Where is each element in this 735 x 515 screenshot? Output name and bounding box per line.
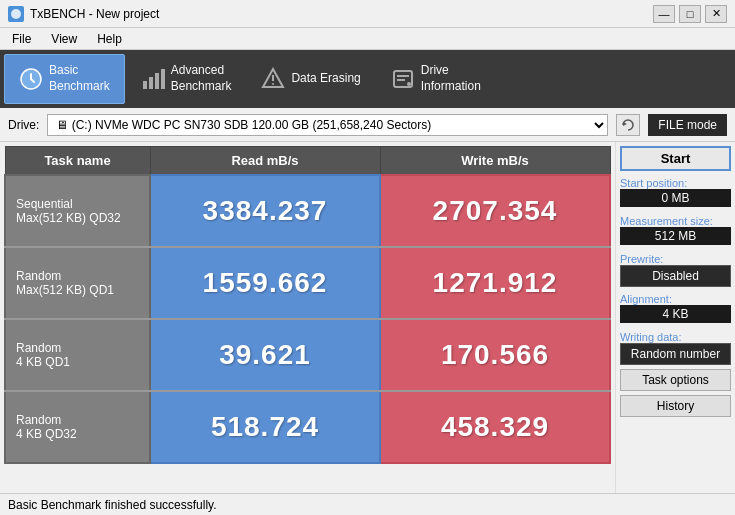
file-mode-button[interactable]: FILE mode (648, 114, 727, 136)
write-cell-1: 1271.912 (380, 247, 610, 319)
prewrite-group: Prewrite: Disabled (620, 251, 731, 287)
svg-rect-4 (155, 73, 159, 89)
title-bar-controls[interactable]: — □ ✕ (653, 5, 727, 23)
row-label-2: Random4 KB QD1 (5, 319, 150, 391)
menu-help[interactable]: Help (89, 30, 130, 48)
col-write: Write mB/s (380, 147, 610, 176)
toolbar: Basic Benchmark Advanced Benchmark (0, 50, 735, 108)
minimize-button[interactable]: — (653, 5, 675, 23)
svg-rect-5 (161, 69, 165, 89)
drive-label: Drive: (8, 118, 39, 132)
menu-bar: File View Help (0, 28, 735, 50)
drive-information-label: Drive Information (421, 63, 481, 94)
write-value-2: 170.566 (385, 339, 605, 371)
status-bar: Basic Benchmark finished successfully. (0, 493, 735, 515)
toolbar-basic-benchmark[interactable]: Basic Benchmark (4, 54, 125, 104)
row-label-3: Random4 KB QD32 (5, 391, 150, 463)
svg-rect-10 (397, 75, 409, 77)
close-button[interactable]: ✕ (705, 5, 727, 23)
data-erasing-icon (261, 67, 285, 91)
col-read: Read mB/s (150, 147, 380, 176)
toolbar-data-erasing[interactable]: Data Erasing (247, 54, 374, 104)
toolbar-advanced-benchmark[interactable]: Advanced Benchmark (127, 54, 246, 104)
status-text: Basic Benchmark finished successfully. (8, 498, 217, 512)
task-options-button[interactable]: Task options (620, 369, 731, 391)
toolbar-drive-information[interactable]: Drive Information (377, 54, 495, 104)
sidebar: Start Start position: 0 MB Measurement s… (615, 142, 735, 493)
writing-data-button[interactable]: Random number (620, 343, 731, 365)
read-cell-3: 518.724 (150, 391, 380, 463)
advanced-benchmark-icon (141, 67, 165, 91)
row-label-0: SequentialMax(512 KB) QD32 (5, 175, 150, 247)
main-content: Task name Read mB/s Write mB/s Sequentia… (0, 142, 735, 493)
history-button[interactable]: History (620, 395, 731, 417)
write-cell-2: 170.566 (380, 319, 610, 391)
prewrite-button[interactable]: Disabled (620, 265, 731, 287)
write-value-3: 458.329 (385, 411, 605, 443)
title-bar: TxBENCH - New project — □ ✕ (0, 0, 735, 28)
app-icon (8, 6, 24, 22)
read-cell-0: 3384.237 (150, 175, 380, 247)
table-row: Random4 KB QD32 518.724 458.329 (5, 391, 610, 463)
table-row: Random4 KB QD1 39.621 170.566 (5, 319, 610, 391)
read-value-2: 39.621 (155, 339, 375, 371)
drive-information-icon (391, 67, 415, 91)
read-value-0: 3384.237 (155, 195, 375, 227)
drive-select[interactable]: 🖥 (C:) NVMe WDC PC SN730 SDB 120.00 GB (… (47, 114, 608, 136)
alignment-label: Alignment: (620, 293, 731, 305)
write-value-1: 1271.912 (385, 267, 605, 299)
maximize-button[interactable]: □ (679, 5, 701, 23)
alignment-value: 4 KB (620, 305, 731, 323)
row-label-1: RandomMax(512 KB) QD1 (5, 247, 150, 319)
drive-bar: Drive: 🖥 (C:) NVMe WDC PC SN730 SDB 120.… (0, 108, 735, 142)
measurement-size-group: Measurement size: 512 MB (620, 213, 731, 247)
read-value-3: 518.724 (155, 411, 375, 443)
menu-file[interactable]: File (4, 30, 39, 48)
drive-refresh-button[interactable] (616, 114, 640, 136)
basic-benchmark-icon (19, 67, 43, 91)
table-area: Task name Read mB/s Write mB/s Sequentia… (0, 142, 615, 493)
svg-point-8 (272, 83, 274, 85)
measurement-size-label: Measurement size: (620, 215, 731, 227)
start-position-value: 0 MB (620, 189, 731, 207)
svg-marker-13 (623, 122, 627, 126)
advanced-benchmark-label: Advanced Benchmark (171, 63, 232, 94)
start-position-group: Start position: 0 MB (620, 175, 731, 209)
svg-rect-2 (143, 81, 147, 89)
measurement-size-value: 512 MB (620, 227, 731, 245)
prewrite-label: Prewrite: (620, 253, 731, 265)
benchmark-table: Task name Read mB/s Write mB/s Sequentia… (4, 146, 611, 464)
write-cell-3: 458.329 (380, 391, 610, 463)
svg-rect-3 (149, 77, 153, 89)
start-position-label: Start position: (620, 177, 731, 189)
writing-data-group: Writing data: Random number (620, 329, 731, 365)
title-bar-left: TxBENCH - New project (8, 6, 159, 22)
table-row: SequentialMax(512 KB) QD32 3384.237 2707… (5, 175, 610, 247)
read-value-1: 1559.662 (155, 267, 375, 299)
write-cell-0: 2707.354 (380, 175, 610, 247)
basic-benchmark-label: Basic Benchmark (49, 63, 110, 94)
read-cell-2: 39.621 (150, 319, 380, 391)
alignment-group: Alignment: 4 KB (620, 291, 731, 325)
write-value-0: 2707.354 (385, 195, 605, 227)
start-button[interactable]: Start (620, 146, 731, 171)
read-cell-1: 1559.662 (150, 247, 380, 319)
col-task-name: Task name (5, 147, 150, 176)
data-erasing-label: Data Erasing (291, 71, 360, 87)
menu-view[interactable]: View (43, 30, 85, 48)
svg-rect-11 (397, 79, 405, 81)
svg-point-12 (407, 82, 411, 86)
table-row: RandomMax(512 KB) QD1 1559.662 1271.912 (5, 247, 610, 319)
writing-data-label: Writing data: (620, 331, 731, 343)
svg-point-0 (11, 9, 21, 19)
window-title: TxBENCH - New project (30, 7, 159, 21)
